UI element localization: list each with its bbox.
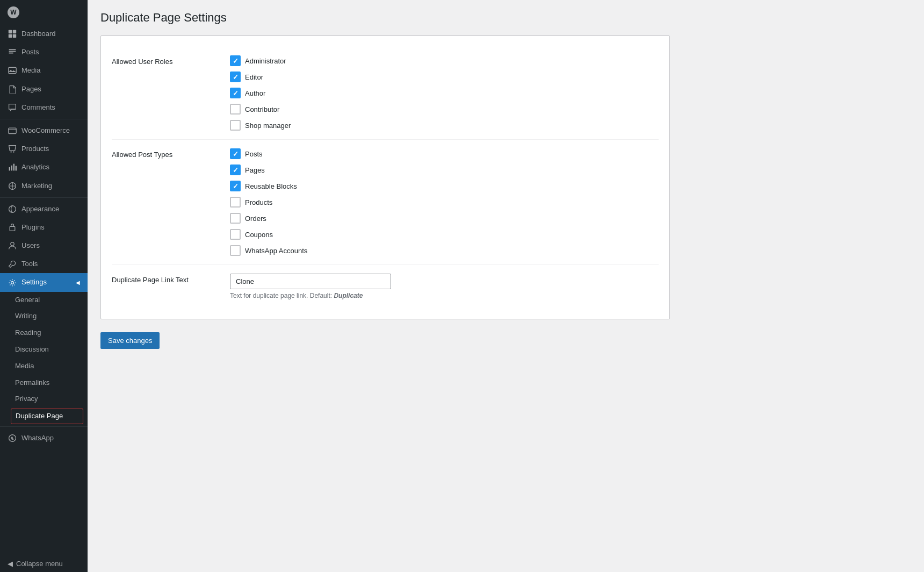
checkbox-reusable-blocks[interactable]: [230, 181, 241, 191]
checkbox-label-products-type: Products: [245, 198, 272, 206]
checkbox-item-author[interactable]: Author: [230, 88, 659, 98]
sidebar-nav: Dashboard Posts Media Pages Comments: [0, 25, 88, 447]
woocommerce-icon: [8, 126, 17, 135]
checkbox-item-products-type[interactable]: Products: [230, 197, 659, 208]
sidebar-item-marketing[interactable]: Marketing: [0, 177, 88, 195]
allowed-user-roles-label: Allowed User Roles: [112, 55, 219, 66]
svg-point-13: [9, 205, 16, 212]
checkbox-item-contributor[interactable]: Contributor: [230, 104, 659, 115]
checkbox-item-editor[interactable]: Editor: [230, 72, 659, 82]
submenu-item-privacy[interactable]: Privacy: [0, 391, 88, 407]
sidebar-item-label: Tools: [21, 259, 80, 269]
plugins-icon: [8, 223, 17, 232]
save-changes-button[interactable]: Save changes: [100, 332, 160, 349]
sidebar-item-users[interactable]: Users: [0, 237, 88, 255]
sidebar-item-label: Analytics: [21, 162, 80, 172]
submenu-item-writing[interactable]: Writing: [0, 308, 88, 325]
checkbox-label-contributor: Contributor: [245, 105, 279, 113]
checkbox-products-type[interactable]: [230, 197, 241, 208]
checkbox-author[interactable]: [230, 88, 241, 98]
sidebar: W Dashboard Posts Media Pages: [0, 0, 88, 572]
user-roles-checkbox-group: Administrator Editor Author Contributor: [230, 55, 659, 131]
sidebar-item-label: Plugins: [21, 223, 80, 232]
submenu-item-reading[interactable]: Reading: [0, 325, 88, 341]
checkbox-administrator[interactable]: [230, 55, 241, 66]
wp-icon: W: [8, 6, 19, 18]
sidebar-logo: W: [0, 0, 88, 25]
sidebar-item-plugins[interactable]: Plugins: [0, 218, 88, 237]
submenu-item-permalinks[interactable]: Permalinks: [0, 375, 88, 391]
allowed-user-roles-content: Administrator Editor Author Contributor: [230, 55, 659, 131]
sidebar-item-woocommerce[interactable]: WooCommerce: [0, 121, 88, 140]
checkbox-item-whatsapp-accounts[interactable]: WhatsApp Accounts: [230, 245, 659, 256]
checkbox-orders[interactable]: [230, 213, 241, 224]
sidebar-item-products[interactable]: Products: [0, 140, 88, 158]
submenu-item-general[interactable]: General: [0, 292, 88, 309]
sidebar-item-appearance[interactable]: Appearance: [0, 200, 88, 218]
sidebar-item-comments[interactable]: Comments: [0, 98, 88, 117]
svg-rect-14: [10, 226, 15, 231]
sidebar-item-label: Appearance: [21, 204, 80, 214]
checkbox-item-shop-manager[interactable]: Shop manager: [230, 120, 659, 131]
checkbox-item-orders[interactable]: Orders: [230, 213, 659, 224]
sidebar-item-settings[interactable]: Settings ◀: [0, 273, 88, 291]
sidebar-item-label: Comments: [21, 103, 80, 112]
settings-icon: [8, 278, 17, 288]
sidebar-item-label: WooCommerce: [21, 126, 80, 135]
checkbox-label-shop-manager: Shop manager: [245, 121, 291, 130]
checkbox-item-posts[interactable]: Posts: [230, 148, 659, 159]
link-text-hint: Text for duplicate page link. Default: D…: [230, 292, 659, 299]
submenu-item-media[interactable]: Media: [0, 358, 88, 375]
sidebar-item-analytics[interactable]: Analytics: [0, 158, 88, 176]
svg-rect-2: [9, 34, 12, 38]
sidebar-item-label: Media: [21, 66, 80, 75]
svg-point-16: [11, 281, 14, 284]
sidebar-item-tools[interactable]: Tools: [0, 255, 88, 273]
checkbox-item-pages[interactable]: Pages: [230, 165, 659, 175]
sidebar-item-media[interactable]: Media: [0, 61, 88, 80]
submenu-item-duplicate-page[interactable]: Duplicate Page: [11, 409, 83, 424]
users-icon: [8, 241, 17, 251]
sidebar-item-pages[interactable]: Pages: [0, 80, 88, 98]
checkbox-label-administrator: Administrator: [245, 57, 286, 65]
checkbox-coupons[interactable]: [230, 229, 241, 240]
allowed-post-types-content: Posts Pages Reusable Blocks Products: [230, 148, 659, 256]
checkbox-contributor[interactable]: [230, 104, 241, 115]
sidebar-item-label: Dashboard: [21, 29, 80, 39]
checkbox-editor[interactable]: [230, 72, 241, 82]
checkbox-posts[interactable]: [230, 148, 241, 159]
allowed-post-types-row: Allowed Post Types Posts Pages Reusable …: [112, 140, 659, 265]
checkbox-shop-manager[interactable]: [230, 120, 241, 131]
checkbox-label-posts: Posts: [245, 150, 263, 158]
checkbox-pages[interactable]: [230, 165, 241, 175]
svg-rect-4: [9, 68, 16, 74]
sidebar-whatsapp-label: WhatsApp: [21, 433, 80, 443]
nav-divider: [0, 197, 88, 198]
collapse-menu-button[interactable]: ◀ Collapse menu: [0, 555, 88, 572]
checkbox-item-coupons[interactable]: Coupons: [230, 229, 659, 240]
link-text-input[interactable]: [230, 274, 391, 289]
svg-rect-10: [13, 164, 15, 171]
sidebar-item-posts[interactable]: Posts: [0, 43, 88, 61]
dashboard-icon: [8, 29, 17, 39]
svg-rect-11: [16, 166, 17, 171]
link-text-label: Duplicate Page Link Text: [112, 274, 219, 284]
settings-submenu: General Writing Reading Discussion Media…: [0, 292, 88, 424]
checkbox-item-reusable-blocks[interactable]: Reusable Blocks: [230, 181, 659, 191]
settings-arrow-icon: ◀: [76, 279, 80, 287]
sidebar-item-label: Posts: [21, 47, 80, 57]
allowed-post-types-label: Allowed Post Types: [112, 148, 219, 159]
analytics-icon: [8, 162, 17, 172]
post-types-checkbox-group: Posts Pages Reusable Blocks Products: [230, 148, 659, 256]
sidebar-item-dashboard[interactable]: Dashboard: [0, 25, 88, 43]
submenu-item-discussion[interactable]: Discussion: [0, 341, 88, 358]
checkbox-label-orders: Orders: [245, 215, 266, 223]
sidebar-item-label: Pages: [21, 84, 80, 94]
checkbox-whatsapp-accounts[interactable]: [230, 245, 241, 256]
checkbox-item-administrator[interactable]: Administrator: [230, 55, 659, 66]
sidebar-item-whatsapp[interactable]: WhatsApp: [0, 429, 88, 447]
sidebar-item-label: Marketing: [21, 181, 80, 191]
checkbox-label-reusable-blocks: Reusable Blocks: [245, 182, 297, 190]
checkbox-label-whatsapp-accounts: WhatsApp Accounts: [245, 247, 307, 255]
svg-rect-5: [9, 128, 16, 133]
